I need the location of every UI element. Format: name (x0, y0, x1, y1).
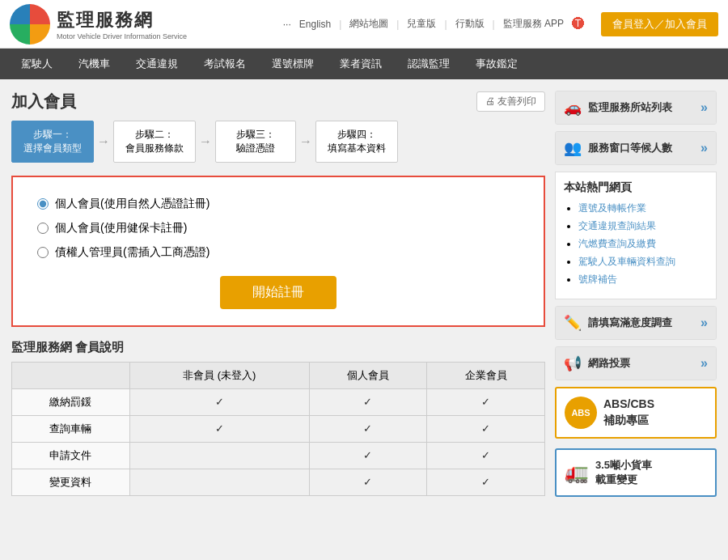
logo-area: 監理服務網 Motor Vehicle Driver Information S… (10, 4, 187, 45)
logo-title: 監理服務網 (57, 8, 187, 32)
cell-update-personal: ✓ (309, 469, 427, 495)
nav-exam[interactable]: 考試報名 (191, 49, 259, 79)
table-row: 變更資料 ✓ ✓ (12, 469, 545, 495)
option-health-card-label: 個人會員(使用健保卡註冊) (55, 221, 187, 235)
option-natural-id[interactable]: 個人會員(使用自然人憑證註冊) (37, 197, 519, 211)
step-1: 步驟一：選擇會員類型 (11, 121, 94, 163)
table-row: 查詢車輛 ✓ ✓ ✓ (12, 415, 545, 442)
list-item: 選號及轉帳作業 (578, 202, 708, 215)
abs-circle-icon: ABS (565, 397, 597, 429)
radio-natural-id[interactable] (37, 198, 49, 210)
list-item: 駕駛人及車輛資料查詢 (578, 255, 708, 269)
kids-link[interactable]: 兒童版 (407, 17, 436, 31)
print-label: 友善列印 (497, 95, 536, 107)
option-health-card[interactable]: 個人會員(使用健保卡註冊) (37, 221, 519, 235)
step-3-label: 步驟三：驗證憑證 (227, 128, 284, 155)
sidebar-satisfaction-card[interactable]: ✏️ 請填寫滿意度調查 » (555, 306, 717, 340)
cell-update-non (129, 469, 309, 495)
nav-about[interactable]: 認識監理 (395, 49, 463, 79)
feature-query: 查詢車輛 (12, 415, 130, 442)
radio-group: 個人會員(使用自然人憑證註冊) 個人會員(使用健保卡註冊) 債權人管理員(需插入… (37, 197, 519, 260)
cell-apply-personal: ✓ (309, 442, 427, 469)
hot-title: 本站熱門網頁 (564, 180, 708, 195)
step-4: 步驟四：填寫基本資料 (315, 121, 398, 163)
abs-text: ABS/CBS補助專區 (603, 397, 654, 428)
feature-update: 變更資料 (12, 469, 130, 495)
nav-traffic[interactable]: 交通違規 (123, 49, 191, 79)
steps-row: 步驟一：選擇會員類型 → 步驟二：會員服務條款 → 步驟三：驗證憑證 → 步驟四… (11, 121, 545, 163)
member-login-button[interactable]: 會員登入／加入會員 (601, 12, 718, 36)
list-item: 號牌補告 (578, 273, 708, 286)
option-natural-id-label: 個人會員(使用自然人憑證註冊) (55, 197, 210, 211)
truck-banner[interactable]: 🚛 3.5噸小貨車載重變更 (555, 448, 717, 497)
list-item: 汽燃費查詢及繳費 (578, 237, 708, 251)
sidebar-vote-card[interactable]: 📢 網路投票 » (555, 346, 717, 380)
window-wait-label: 服務窗口等候人數 (588, 141, 672, 155)
table-row: 申請文件 ✓ ✓ (12, 442, 545, 469)
arrow-right-icon-2: » (700, 141, 708, 155)
nav-bar: 駕駛人 汽機車 交通違規 考試報名 選號標牌 業者資訊 認識監理 事故鑑定 (0, 49, 728, 79)
station-list-label: 監理服務所站列表 (588, 100, 672, 115)
hot-link-1[interactable]: 選號及轉帳作業 (578, 202, 646, 214)
sidebar-window-header: 👥 服務窗口等候人數 » (556, 132, 716, 164)
top-bar: 監理服務網 Motor Vehicle Driver Information S… (0, 0, 728, 49)
satisfaction-label: 請填寫滿意度調查 (588, 316, 672, 330)
vote-label: 網路投票 (588, 356, 630, 371)
app-link[interactable]: 監理服務 APP (503, 17, 564, 31)
arrow-right-icon: » (700, 100, 708, 115)
radio-health-card[interactable] (37, 223, 49, 234)
nav-driver[interactable]: 駕駛人 (8, 49, 66, 79)
col-header-non: 非會員 (未登入) (129, 362, 309, 388)
cell-query-personal: ✓ (309, 415, 427, 442)
registration-box: 個人會員(使用自然人憑證註冊) 個人會員(使用健保卡註冊) 債權人管理員(需插入… (11, 176, 545, 327)
nav-business[interactable]: 業者資訊 (327, 49, 395, 79)
sidebar-satisfaction-header: ✏️ 請填寫滿意度調查 » (556, 307, 716, 339)
option-business-cert-label: 債權人管理員(需插入工商憑證) (55, 245, 210, 260)
logo-subtitle: Motor Vehicle Driver Information Service (57, 32, 187, 40)
hot-link-4[interactable]: 駕駛人及車輛資料查詢 (578, 256, 675, 267)
hot-section: 本站熱門網頁 選號及轉帳作業 交通違規查詢結果 汽燃費查詢及繳費 駕駛人及車輛資… (555, 172, 717, 299)
cell-fine-business: ✓ (427, 388, 545, 415)
logo-text-block: 監理服務網 Motor Vehicle Driver Information S… (57, 8, 187, 40)
step-arrow-3: → (299, 134, 312, 149)
hot-link-5[interactable]: 號牌補告 (578, 274, 617, 285)
hot-link-3[interactable]: 汽燃費查詢及繳費 (578, 238, 656, 249)
member-info-table: 非會員 (未登入) 個人會員 企業會員 繳納罰鍰 ✓ ✓ ✓ 查詢車輛 ✓ ✓ … (11, 362, 545, 496)
cell-fine-personal: ✓ (309, 388, 427, 415)
sidebar-window-card[interactable]: 👥 服務窗口等候人數 » (555, 131, 717, 165)
sidebar-vote-header: 📢 網路投票 » (556, 347, 716, 380)
start-register-button[interactable]: 開始註冊 (220, 276, 336, 309)
member-info-title: 監理服務網 會員說明 (11, 340, 545, 355)
sidebar-station-card[interactable]: 🚗 監理服務所站列表 » (555, 91, 717, 125)
nav-plate[interactable]: 選號標牌 (259, 49, 327, 79)
col-header-personal: 個人會員 (309, 362, 427, 388)
step-3: 步驟三：驗證憑證 (215, 121, 296, 163)
feature-apply: 申請文件 (12, 442, 130, 469)
col-header-empty (12, 362, 130, 388)
step-arrow-2: → (199, 134, 212, 149)
sitemap-link[interactable]: 網站地圖 (349, 17, 388, 31)
radio-business-cert[interactable] (37, 247, 49, 258)
page-title-row: 加入會員 🖨 友善列印 (11, 91, 545, 112)
sidebar: 🚗 監理服務所站列表 » 👥 服務窗口等候人數 » 本站熱門網頁 選號及轉帳作業… (555, 91, 717, 497)
step-arrow-1: → (97, 134, 110, 149)
option-business-cert[interactable]: 債權人管理員(需插入工商憑證) (37, 245, 519, 260)
mobile-link[interactable]: 行動版 (455, 17, 485, 31)
nav-accident[interactable]: 事故鑑定 (463, 49, 531, 79)
cell-fine-non: ✓ (129, 388, 309, 415)
hot-link-2[interactable]: 交通違規查詢結果 (578, 220, 656, 231)
cell-query-business: ✓ (427, 415, 545, 442)
truck-icon: 🚛 (565, 461, 589, 484)
step-2: 步驟二：會員服務條款 (113, 121, 196, 163)
step-1-label: 步驟一：選擇會員類型 (23, 128, 82, 155)
car-icon: 🚗 (564, 99, 582, 117)
col-header-business: 企業會員 (427, 362, 545, 388)
english-link[interactable]: English (299, 19, 331, 30)
step-2-label: 步驟二：會員服務條款 (125, 128, 184, 155)
cell-update-business: ✓ (427, 469, 545, 495)
nav-car[interactable]: 汽機車 (66, 49, 123, 79)
print-button[interactable]: 🖨 友善列印 (476, 91, 545, 112)
abs-banner[interactable]: ABS ABS/CBS補助專區 (555, 387, 717, 439)
app-icon: 🅣 (572, 17, 585, 32)
speaker-icon: 📢 (564, 354, 582, 372)
